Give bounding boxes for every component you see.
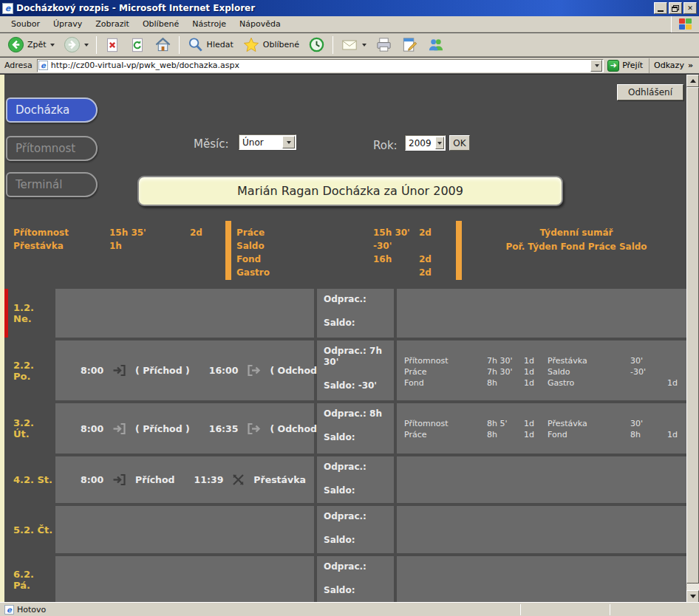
summary-label: Přítomnost bbox=[404, 356, 487, 367]
day-label-text: 2.2. Po. bbox=[13, 360, 53, 382]
day-label: 5.2. Čt. bbox=[4, 506, 53, 553]
restore-button[interactable] bbox=[669, 2, 682, 14]
events-cell: 8:00( Příchod )16:00( Odchod ) bbox=[55, 340, 314, 400]
menu-item-oblibene[interactable]: Oblíbené bbox=[136, 17, 185, 31]
address-input[interactable]: e http://cz00-virtual-vp/pwk_web/dochazk… bbox=[37, 59, 604, 72]
forward-dropdown-icon[interactable] bbox=[84, 44, 89, 47]
mail-dropdown-icon[interactable] bbox=[362, 44, 366, 47]
close-button[interactable]: ✕ bbox=[683, 2, 697, 14]
summary-value: -30' bbox=[630, 367, 667, 378]
monthly-totals-header: Přítomnost15h 35'2dPřestávka1h Práce15h … bbox=[0, 219, 686, 287]
total-label: Přítomnost bbox=[13, 227, 109, 238]
summary-value: 8h bbox=[487, 430, 524, 441]
scroll-up-button[interactable] bbox=[686, 75, 699, 87]
events-cell: 8:00Příchod11:39Přestávka bbox=[55, 456, 314, 503]
day-summary-cell bbox=[397, 456, 686, 503]
summary-label: Práce bbox=[404, 367, 487, 378]
address-url: http://cz00-virtual-vp/pwk_web/dochazka.… bbox=[51, 61, 590, 70]
home-button[interactable] bbox=[150, 35, 176, 55]
links-button[interactable]: Odkazy » bbox=[649, 58, 698, 73]
summary-days: 1d bbox=[524, 378, 548, 389]
worked-value: Odprac.: bbox=[324, 294, 389, 305]
refresh-button[interactable] bbox=[125, 35, 150, 55]
saldo-value: Saldo: bbox=[324, 535, 389, 546]
search-icon bbox=[187, 36, 204, 53]
back-icon bbox=[7, 36, 24, 53]
ok-button[interactable]: OK bbox=[449, 135, 470, 151]
search-label: Hledat bbox=[207, 40, 233, 49]
menu-item-nastroje[interactable]: Nástroje bbox=[185, 17, 233, 31]
address-dropdown-button[interactable] bbox=[590, 60, 602, 72]
departure-icon bbox=[247, 364, 261, 377]
total-value: -30' bbox=[373, 241, 419, 251]
minimize-button[interactable] bbox=[654, 2, 667, 14]
stop-button[interactable] bbox=[100, 35, 125, 55]
summary-value: 7h 30' bbox=[487, 356, 524, 367]
mail-button[interactable] bbox=[336, 35, 371, 55]
forward-button[interactable] bbox=[59, 35, 93, 55]
back-label: Zpět bbox=[27, 40, 47, 49]
print-button[interactable] bbox=[371, 35, 397, 55]
back-button[interactable]: Zpět bbox=[3, 35, 59, 55]
go-button[interactable]: ➜ Přejít bbox=[604, 58, 649, 73]
forward-icon bbox=[64, 36, 81, 53]
worked-value: Odprac.: bbox=[324, 462, 389, 473]
events-cell bbox=[55, 506, 314, 553]
attendance-row: 4.2. St.8:00Příchod11:39PřestávkaOdprac.… bbox=[4, 456, 686, 503]
sidebar-item-terminal[interactable]: Terminál bbox=[6, 172, 98, 197]
scrollbar-thumb[interactable] bbox=[686, 87, 699, 584]
menu-item-zobrazit[interactable]: Zobrazit bbox=[89, 17, 136, 31]
total-label: Fond bbox=[236, 254, 373, 264]
total-days: 2d bbox=[419, 254, 456, 264]
messenger-button[interactable] bbox=[423, 35, 449, 55]
scroll-down-button[interactable] bbox=[686, 590, 699, 602]
weekly-summary-header: Týdenní sumář Poř. Týden Fond Práce Sald… bbox=[473, 226, 680, 254]
summary-days: 1d bbox=[524, 367, 548, 378]
status-zone-section bbox=[610, 604, 699, 615]
day-label-text: 6.2. Pá. bbox=[13, 569, 53, 591]
edit-button[interactable] bbox=[397, 35, 423, 55]
events-cell: 8:00( Příchod )16:35( Odchod ) bbox=[55, 403, 314, 454]
day-summary-cell: Přítomnost8h 5'1dPřestávka30'Práce8h1dFo… bbox=[397, 403, 686, 454]
vertical-scrollbar[interactable] bbox=[686, 75, 699, 602]
event-time: 8:00 bbox=[81, 365, 103, 376]
month-dropdown-icon[interactable] bbox=[282, 136, 295, 148]
totals-left-block: Přítomnost15h 35'2dPřestávka1h bbox=[13, 226, 227, 253]
event-label: ( Příchod ) bbox=[135, 365, 190, 376]
summary-label: Fond bbox=[548, 430, 630, 441]
day-label-text: 3.2. Út. bbox=[13, 417, 53, 439]
event-label: ( Odchod ) bbox=[270, 423, 324, 434]
day-label: 6.2. Pá. bbox=[4, 556, 53, 602]
year-dropdown-icon[interactable] bbox=[435, 137, 444, 149]
back-dropdown-icon[interactable] bbox=[50, 44, 55, 47]
worked-saldo-cell: Odprac.:Saldo: bbox=[317, 506, 394, 553]
summary-label: Fond bbox=[404, 378, 487, 389]
attendance-event: 8:00( Příchod ) bbox=[81, 422, 190, 435]
menu-item-soubor[interactable]: Soubor bbox=[4, 17, 47, 31]
address-label: Adresa bbox=[1, 61, 37, 70]
logout-button[interactable]: Odhlášení bbox=[617, 84, 683, 100]
menu-item-upravy[interactable]: Úpravy bbox=[47, 17, 89, 31]
search-button[interactable]: Hledat bbox=[183, 35, 238, 55]
favorites-button[interactable]: Oblíbené bbox=[238, 35, 304, 55]
event-label: Příchod bbox=[135, 474, 174, 485]
menu-item-napoveda[interactable]: Nápověda bbox=[233, 17, 287, 31]
summary-value: 8h bbox=[487, 378, 524, 389]
year-label: Rok: bbox=[373, 139, 398, 152]
worked-saldo-cell: Odprac.:Saldo: bbox=[317, 289, 394, 338]
sidebar-item-pritomnost[interactable]: Přítomnost bbox=[6, 136, 98, 161]
summary-value: 8h bbox=[630, 430, 667, 441]
address-bar: Adresa e http://cz00-virtual-vp/pwk_web/… bbox=[0, 58, 699, 74]
year-value: 2009 bbox=[406, 138, 434, 148]
history-button[interactable] bbox=[304, 35, 330, 55]
sidebar-item-dochazka[interactable]: Docházka bbox=[6, 97, 98, 123]
print-icon bbox=[375, 36, 392, 53]
title-bar: e Docházkový rozpis - Microsoft Internet… bbox=[0, 0, 699, 16]
summary-label: Přítomnost bbox=[404, 419, 487, 430]
event-time: 16:00 bbox=[209, 365, 239, 376]
attendance-event: 11:39Přestávka bbox=[194, 473, 306, 486]
refresh-icon bbox=[129, 37, 146, 53]
year-select[interactable]: 2009 bbox=[405, 135, 446, 151]
month-select[interactable]: Únor bbox=[239, 134, 296, 150]
summary-value: 7h 30' bbox=[487, 367, 524, 378]
